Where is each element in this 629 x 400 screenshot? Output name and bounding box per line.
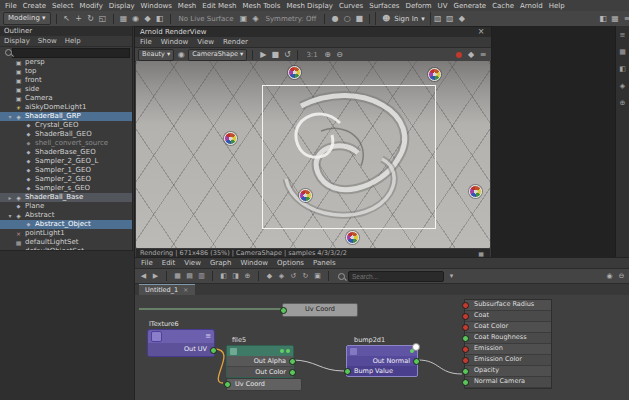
snap-grid-icon[interactable]: ▦ xyxy=(119,13,129,24)
expand-arrow-icon[interactable]: ▾ xyxy=(6,112,14,121)
sign-in-button[interactable]: ☻ Sign In ▾ xyxy=(375,12,431,25)
snap-plane-icon[interactable]: ◧ xyxy=(155,13,165,24)
workspace-selector[interactable]: Modeling ▾ xyxy=(3,12,51,25)
outliner-item-plane[interactable]: ◆Plane xyxy=(0,202,132,211)
display-mode-icon[interactable]: ◉ xyxy=(605,271,614,282)
output-port[interactable] xyxy=(210,347,217,354)
outliner-item-side[interactable]: ▣side xyxy=(0,85,132,94)
zoom-out-icon[interactable]: ⊖ xyxy=(335,49,345,60)
attribute-editor-icon[interactable]: ≡ xyxy=(619,31,627,39)
input-port[interactable] xyxy=(462,368,469,375)
expand-arrow-icon[interactable]: ▸ xyxy=(6,193,14,202)
ne-menu-view[interactable]: View xyxy=(184,258,201,268)
render-icon[interactable]: ● xyxy=(330,13,340,24)
show-left-icon[interactable]: ◧ xyxy=(219,271,228,282)
grid-toggle-icon[interactable]: ▦ xyxy=(610,13,620,24)
outliner-item-sampler2-l[interactable]: ◆Sampler_2_GEO_L xyxy=(0,157,132,166)
tab-untitled-1[interactable]: Untitled_1 × xyxy=(139,284,195,295)
output-port[interactable] xyxy=(289,369,296,376)
redo-icon[interactable]: ↻ xyxy=(301,271,310,282)
menu-item-display[interactable]: Display xyxy=(109,2,135,10)
outliner-menu-show[interactable]: Show xyxy=(38,36,57,46)
render-image[interactable] xyxy=(136,61,490,248)
menu-item-uv[interactable]: UV xyxy=(438,2,448,10)
outliner-item-samplers[interactable]: ◆Sampler_s_GEO xyxy=(0,184,132,193)
rv-settings-icon[interactable]: ≡ xyxy=(478,49,488,60)
add-node-icon[interactable]: ⊕ xyxy=(243,271,252,282)
outliner-item-top[interactable]: ▣top xyxy=(0,67,132,76)
menu-item-edit-mesh[interactable]: Edit Mesh xyxy=(202,2,236,10)
input-port[interactable] xyxy=(462,379,469,386)
menu-item-surfaces[interactable]: Surfaces xyxy=(369,2,399,10)
add-panel-icon[interactable]: ⊕ xyxy=(619,99,627,107)
ne-menu-window[interactable]: Window xyxy=(240,258,268,268)
aov-dropdown[interactable]: Beauty▾ xyxy=(138,49,174,61)
paint-effects-icon[interactable]: ▧ xyxy=(433,13,443,24)
outliner-item-abstract-object[interactable]: ◆Abstract_Object xyxy=(0,220,132,229)
outliner-item-defaultlightset[interactable]: ▦defaultLightSet xyxy=(0,238,132,247)
tool-settings-icon[interactable]: ▦ xyxy=(619,48,627,56)
surface-attribute-row[interactable]: Coat xyxy=(465,311,551,322)
render-settings-icon[interactable]: ■ xyxy=(354,13,364,24)
outliner-item-sampler1[interactable]: ◆Sampler_1_GEO xyxy=(0,166,132,175)
close-icon[interactable]: × xyxy=(476,27,486,37)
back-icon[interactable]: ◀ xyxy=(139,271,148,282)
port-row-bump-value[interactable]: Bump Value xyxy=(347,366,417,376)
menu-burger-icon[interactable]: ≡ xyxy=(622,13,629,24)
graph-layout-icon[interactable]: ▦ xyxy=(173,271,182,282)
input-port[interactable] xyxy=(224,381,231,388)
menu-item-generate[interactable]: Generate xyxy=(453,2,486,10)
symmetry-icon[interactable]: ◈ xyxy=(251,13,261,24)
menu-item-cache[interactable]: Cache xyxy=(492,2,514,10)
rv-menu-view[interactable]: View xyxy=(197,37,214,47)
snap-point-icon[interactable]: ◆ xyxy=(143,13,153,24)
play-render-icon[interactable]: ▶ xyxy=(258,49,268,60)
node-header[interactable] xyxy=(347,346,417,356)
rv-menu-window[interactable]: Window xyxy=(161,37,189,47)
menu-item-help[interactable]: Help xyxy=(549,2,565,10)
snap-curve-icon[interactable]: ◉ xyxy=(131,13,141,24)
node-header[interactable]: ≡ xyxy=(148,330,214,343)
ne-menu-options[interactable]: Options xyxy=(277,258,304,268)
surface-attribute-row[interactable]: Normal Camera xyxy=(465,377,551,388)
menu-item-mesh[interactable]: Mesh xyxy=(178,2,196,10)
port-row-out-alpha[interactable]: Out Alpha xyxy=(227,356,293,366)
menu-item-arnold[interactable]: Arnold xyxy=(520,2,543,10)
ne-menu-edit[interactable]: Edit xyxy=(162,258,176,268)
node-header[interactable] xyxy=(227,346,293,356)
outliner-item-shaderbase-geo[interactable]: ◆ShaderBase_GEO xyxy=(0,148,132,157)
port-row-out-uv[interactable]: Out UV xyxy=(148,343,214,356)
outliner-toggle-icon[interactable]: ◧ xyxy=(598,13,608,24)
node-standard-surface[interactable]: Subsurface Radius Coat Coat Color Coat R… xyxy=(464,299,552,389)
input-port[interactable] xyxy=(344,368,351,375)
outliner-item-abstract[interactable]: ▾◈Abstract xyxy=(0,211,132,220)
surface-attribute-row[interactable]: Opacity xyxy=(465,366,551,377)
renderview-titlebar[interactable]: Arnold RenderView × xyxy=(135,27,491,37)
region-render-icon[interactable] xyxy=(456,52,462,58)
outliner-item-shaderball-geo[interactable]: ◆ShaderBall_GEO xyxy=(0,130,132,139)
collapse-icon[interactable]: ⊖ xyxy=(617,271,626,282)
outliner-item-front[interactable]: ▣front xyxy=(0,76,132,85)
scale-tool-icon[interactable]: ◱ xyxy=(98,13,108,24)
channel-box-icon[interactable]: ◧ xyxy=(619,65,627,73)
menu-item-mesh-tools[interactable]: Mesh Tools xyxy=(243,2,281,10)
rv-menu-file[interactable]: File xyxy=(140,37,152,47)
input-port[interactable] xyxy=(462,302,469,309)
snapshot-icon[interactable]: ◆ xyxy=(466,49,476,60)
input-port[interactable] xyxy=(462,313,469,320)
swatch-icon[interactable]: ◈ xyxy=(277,271,286,282)
modeling-toolkit-icon[interactable]: ◈ xyxy=(619,82,627,90)
input-port[interactable] xyxy=(462,357,469,364)
surface-attribute-row[interactable]: Emission xyxy=(465,344,551,355)
refresh-render-icon[interactable]: ↺ xyxy=(282,49,292,60)
output-port[interactable] xyxy=(289,358,296,365)
outliner-item-shaderball-grp[interactable]: ▾◈ShaderBall_GRP xyxy=(0,112,132,121)
sculpt-icon[interactable]: ▨ xyxy=(445,13,455,24)
show-right-icon[interactable]: ◨ xyxy=(231,271,240,282)
close-tab-icon[interactable]: × xyxy=(183,285,188,295)
input-port[interactable] xyxy=(462,346,469,353)
node-search-input[interactable] xyxy=(348,271,444,282)
outliner-menu-help[interactable]: Help xyxy=(65,36,81,46)
zoom-in-icon[interactable]: ⊕ xyxy=(323,49,333,60)
menu-item-curves[interactable]: Curves xyxy=(339,2,363,10)
